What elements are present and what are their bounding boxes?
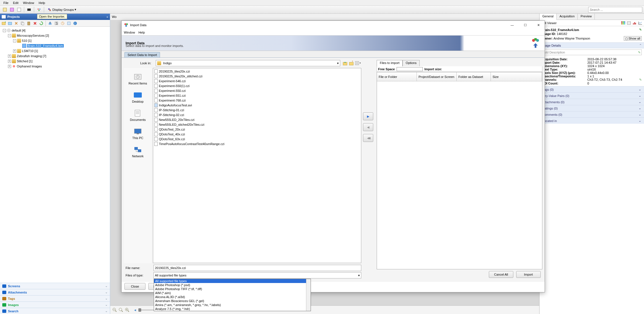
file-row[interactable]: New555LED_stiched20xTiles.czi xyxy=(154,122,360,127)
import-button[interactable]: Import xyxy=(516,271,541,278)
upload-icon[interactable] xyxy=(66,20,72,26)
view-mode-dropdown[interactable] xyxy=(355,61,361,66)
tab-acquisition[interactable]: Acquisition xyxy=(557,14,578,20)
lookin-combo[interactable]: Indigo ▾ xyxy=(156,60,340,66)
filetype-option[interactable]: Amira (*.am, *.amiramesh, *.grey, *.hx, … xyxy=(154,303,311,307)
menu-help[interactable]: Help xyxy=(36,1,48,5)
add-to-queue-button[interactable]: ▶ xyxy=(363,112,373,120)
close-button[interactable]: ✕ xyxy=(534,23,542,27)
filetype-dropdown-list[interactable]: All supported file typesAdobe Photoshop … xyxy=(154,279,311,311)
tree-toggle[interactable]: + xyxy=(8,55,11,58)
file-row[interactable]: 20190225_tiles20x_stitched.czi xyxy=(154,74,360,78)
file-row[interactable]: QDotsTest_40x.czi xyxy=(154,132,360,137)
filetype-option[interactable]: Adobe Photoshop TIFF (*.tif, *.tiff) xyxy=(154,287,311,291)
tool-btn-1[interactable] xyxy=(2,7,8,13)
showall-button[interactable]: ▢ Show all xyxy=(624,36,642,41)
tree-toggle[interactable]: - xyxy=(13,39,16,42)
place-recent-items[interactable]: Recent Items xyxy=(129,73,147,85)
tree-label[interactable]: Brain-510_FrameAv4.lsm xyxy=(27,44,64,47)
tree-row[interactable]: +Orphaned Images xyxy=(1,64,109,69)
col-folder-as[interactable]: Folder as Dataset xyxy=(457,72,491,81)
filetype-option[interactable]: Alicona AL3D (*.al3d) xyxy=(154,295,311,299)
file-row[interactable]: New555LED_20xTiles.czi xyxy=(154,117,360,122)
col-project[interactable]: Project/Dataset or Screen xyxy=(417,72,457,81)
file-row[interactable]: QDotsTest_20x.czi xyxy=(154,127,360,132)
tool-btn-2[interactable] xyxy=(9,7,15,13)
queue-table[interactable]: File or Folder Project/Dataset or Screen… xyxy=(377,72,542,269)
grid-view-icon[interactable] xyxy=(621,21,625,25)
zoom-in-icon[interactable] xyxy=(125,308,130,312)
image-details-header[interactable]: Image Details ⌃ xyxy=(540,42,644,48)
remove-from-queue-button[interactable]: ◀ xyxy=(363,123,373,131)
histogram-icon[interactable] xyxy=(633,21,637,25)
tab-general[interactable]: General xyxy=(540,14,557,20)
place-desktop[interactable]: Desktop xyxy=(132,91,143,103)
filetype-combo[interactable]: All supported file types ▾ All supported… xyxy=(153,272,361,278)
file-row[interactable]: QDotsTest_63x.czi xyxy=(154,137,360,141)
new-dataset-icon[interactable] xyxy=(7,20,13,26)
up-folder-icon[interactable] xyxy=(342,61,348,66)
file-row[interactable]: IP-Stitching-01.czi xyxy=(154,108,360,112)
col-size[interactable]: Size xyxy=(491,72,542,81)
zoom-out-icon[interactable] xyxy=(112,308,117,312)
close-dialog-button[interactable]: Close xyxy=(124,283,145,290)
tab-preview[interactable]: Preview xyxy=(578,14,595,20)
tree-toggle[interactable]: + xyxy=(8,65,11,68)
copy-icon[interactable] xyxy=(20,20,25,26)
place-this-pc[interactable]: This PC xyxy=(132,128,143,140)
section-key-value[interactable]: Key-Value Pairs (0)⌄ xyxy=(540,92,644,99)
section-located[interactable]: Located in⌄ xyxy=(540,117,644,124)
cut-icon[interactable] xyxy=(13,20,19,26)
file-row[interactable]: Experiment-546.czi xyxy=(154,78,360,83)
queue-tab-options[interactable]: Options xyxy=(403,60,420,66)
section-comments[interactable]: Comments (0)⌄ xyxy=(540,111,644,117)
collapsed-panel-screens[interactable]: Screens⌄ xyxy=(0,283,110,289)
tree-row[interactable]: -default [4] xyxy=(1,28,109,33)
file-row[interactable]: Experiment-550.czi xyxy=(154,88,360,93)
info-icon[interactable]: i xyxy=(72,20,78,26)
remove-all-button[interactable]: ◀◀ xyxy=(363,134,373,142)
tree-row[interactable]: +LSM710 [1] xyxy=(1,48,109,53)
section-tags[interactable]: Tags (0)⌄ xyxy=(540,86,644,92)
tree-label[interactable]: Orphaned Images xyxy=(17,65,42,68)
delete-icon[interactable] xyxy=(32,20,38,26)
new-folder-icon[interactable]: * xyxy=(349,61,354,66)
time-icon[interactable] xyxy=(60,20,65,26)
dialog-titlebar[interactable]: Import Data — ☐ ✕ xyxy=(122,21,545,29)
collapsed-panel-attachments[interactable]: Attachments⌄ xyxy=(0,289,110,295)
filetype-option[interactable]: AIM (*.aim) xyxy=(154,291,311,295)
menu-edit[interactable]: Edit xyxy=(11,1,21,5)
section-ratings[interactable]: Ratings (0)⌄ xyxy=(540,105,644,111)
file-row[interactable]: Experiment-550(1).czi xyxy=(154,83,360,88)
zoom-reset-icon[interactable] xyxy=(119,308,123,312)
tree-toggle[interactable]: + xyxy=(13,49,16,53)
file-row[interactable]: Experiment-768.czi xyxy=(154,98,360,103)
dropdown-scrollbar[interactable] xyxy=(306,279,311,311)
queue-tab-files[interactable]: Files to import xyxy=(377,60,403,66)
file-row[interactable]: IndigoAutofocusTest.avi xyxy=(154,103,360,108)
file-list[interactable]: 20190225_tiles20x.czi20190225_tiles20x_s… xyxy=(153,68,361,263)
refresh-icon[interactable] xyxy=(38,20,44,26)
dialog-menu-window[interactable]: Window xyxy=(124,31,135,34)
tree-label[interactable]: default [4] xyxy=(12,29,25,32)
file-row[interactable]: IP-Stitching-02.czi xyxy=(154,112,360,117)
tree-label[interactable]: Zebrafish Imaging [7] xyxy=(17,54,46,58)
script-icon[interactable]: S xyxy=(54,20,59,26)
place-documents[interactable]: Documents xyxy=(130,110,146,121)
edit-desc-icon[interactable]: ✎ xyxy=(638,51,641,54)
tree-label[interactable]: LSM710 [1] xyxy=(22,49,38,53)
chart-icon[interactable] xyxy=(638,21,642,25)
tree-label[interactable]: MicroscopyServices [2] xyxy=(17,34,49,37)
file-row[interactable]: 20190225_tiles20x.czi xyxy=(154,69,360,74)
tree-toggle[interactable]: + xyxy=(8,60,11,63)
filetype-option[interactable]: All supported file types xyxy=(154,279,311,283)
col-file[interactable]: File or Folder xyxy=(377,72,417,81)
dialog-tab-select-data[interactable]: Select Data to Import xyxy=(124,52,160,57)
tool-btn-admin[interactable] xyxy=(36,7,42,13)
dialog-menu-help[interactable]: Help xyxy=(138,31,145,34)
filetype-option[interactable]: Adobe Photoshop (*.psd) xyxy=(154,283,311,287)
tree-row[interactable]: +Stitched [1] xyxy=(1,59,109,64)
collapsed-panel-images[interactable]: Images⌄ xyxy=(0,301,110,308)
edit-channels-icon[interactable]: ✎ xyxy=(639,78,642,82)
filetype-option[interactable]: Analyze 7.5 (*.img, *.hdr) xyxy=(154,307,311,311)
